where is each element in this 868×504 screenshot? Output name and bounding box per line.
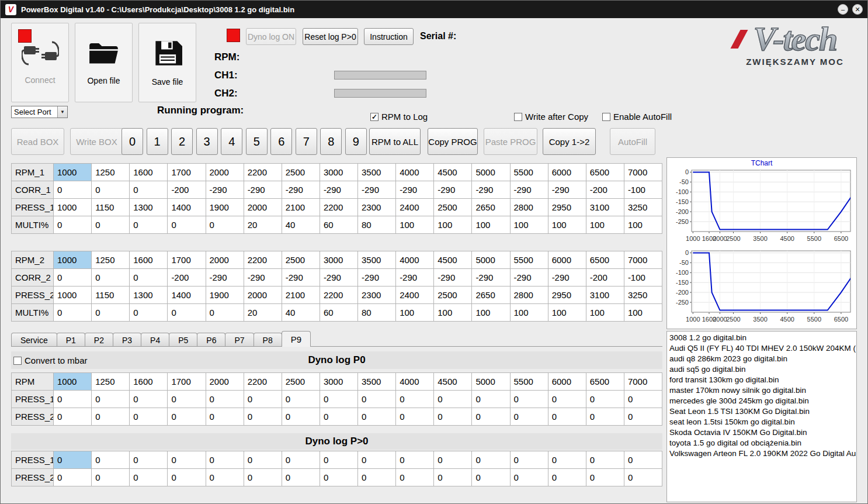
cell[interactable]: 0 (320, 408, 357, 426)
cell[interactable]: 0 (434, 391, 472, 408)
digit-button-4[interactable]: 4 (221, 128, 242, 155)
cell[interactable]: 0 (168, 391, 206, 408)
cell[interactable]: -290 (358, 269, 396, 286)
cell[interactable]: 0 (244, 391, 282, 408)
cell[interactable]: 1900 (206, 286, 244, 304)
cell[interactable]: 1300 (130, 199, 168, 216)
cell[interactable]: 0 (92, 304, 130, 322)
file-list-item[interactable]: Seat Leon 1.5 TSI 130KM Go Digital.bin (667, 406, 856, 417)
minimize-button[interactable]: – (838, 4, 848, 15)
open-file-button[interactable]: Open file (75, 23, 133, 102)
cell[interactable]: 100 (434, 304, 472, 322)
cell[interactable]: 0 (282, 391, 320, 408)
cell[interactable]: 5000 (472, 373, 510, 391)
cell[interactable]: -290 (320, 181, 357, 199)
cell[interactable]: 2500 (434, 286, 472, 304)
cell[interactable]: 4000 (396, 251, 434, 269)
cell[interactable]: 5500 (510, 251, 548, 269)
cell[interactable]: 100 (548, 304, 586, 322)
cell[interactable]: 2500 (282, 373, 320, 391)
cell[interactable]: 0 (320, 469, 357, 486)
cell[interactable]: 0 (510, 391, 548, 408)
reset-log-button[interactable]: Reset log P>0 (303, 28, 358, 45)
cell[interactable]: 100 (396, 216, 434, 234)
cell[interactable]: -290 (510, 181, 548, 199)
digit-button-2[interactable]: 2 (171, 128, 193, 155)
cell[interactable]: 2800 (510, 199, 548, 216)
cell[interactable]: 4500 (434, 373, 472, 391)
cell[interactable]: 0 (472, 451, 510, 469)
cell[interactable]: 5500 (510, 164, 548, 181)
cell[interactable]: 1000 (54, 251, 92, 269)
file-list-item[interactable]: mercedes gle 300d 245km go digital.bin (667, 396, 856, 406)
file-list-item[interactable]: toyota 1.5 go digital od obciążenia.bin (667, 438, 856, 448)
cell[interactable]: 2300 (358, 199, 396, 216)
cell[interactable]: 2950 (548, 286, 586, 304)
cell[interactable]: 1600 (130, 251, 168, 269)
cell[interactable]: 0 (510, 451, 548, 469)
cell[interactable]: 0 (510, 469, 548, 486)
cell[interactable]: 0 (358, 391, 396, 408)
cell[interactable]: 80 (358, 216, 396, 234)
cell[interactable]: 0 (206, 304, 244, 322)
cell[interactable]: 100 (510, 304, 548, 322)
cell[interactable]: 0 (92, 469, 130, 486)
cell[interactable]: 0 (168, 451, 206, 469)
cell[interactable]: 0 (54, 391, 92, 408)
cell[interactable]: 3250 (624, 199, 662, 216)
cell[interactable]: 3250 (624, 286, 662, 304)
cell[interactable]: 0 (320, 391, 357, 408)
cell[interactable]: 0 (510, 408, 548, 426)
cell[interactable]: 0 (396, 391, 434, 408)
cell[interactable]: 0 (92, 269, 130, 286)
cell[interactable]: 2100 (282, 286, 320, 304)
file-list-item[interactable]: Skoda Octavia IV 150KM Go Digital.bin (667, 427, 856, 438)
file-list-item[interactable]: audi q8 286km 2023 go digital.bin (667, 354, 856, 364)
cell[interactable]: 0 (434, 408, 472, 426)
cell[interactable]: 0 (434, 451, 472, 469)
cell[interactable]: 0 (472, 391, 510, 408)
file-list-item[interactable]: master 170km nowy silnik go digital.bin (667, 385, 856, 396)
cell[interactable]: 6500 (586, 251, 624, 269)
file-list-item[interactable]: seat leon 1.5tsi 150km go digital.bin (667, 417, 856, 427)
cell[interactable]: 100 (510, 216, 548, 234)
cell[interactable]: 0 (358, 408, 396, 426)
cell[interactable]: 1600 (130, 373, 168, 391)
cell[interactable]: 0 (586, 391, 624, 408)
cell[interactable]: 0 (130, 216, 168, 234)
cell[interactable]: 4500 (434, 251, 472, 269)
cell[interactable]: -290 (472, 269, 510, 286)
cell[interactable]: 5500 (510, 373, 548, 391)
cell[interactable]: 100 (434, 216, 472, 234)
cell[interactable]: 2500 (282, 164, 320, 181)
cell[interactable]: 2100 (282, 199, 320, 216)
cell[interactable]: 0 (206, 451, 244, 469)
cell[interactable]: 0 (396, 469, 434, 486)
save-file-button[interactable]: Save file (138, 23, 196, 102)
digit-button-5[interactable]: 5 (246, 128, 268, 155)
cell[interactable]: 0 (244, 469, 282, 486)
cell[interactable]: 1150 (92, 286, 130, 304)
cell[interactable]: 0 (396, 451, 434, 469)
cell[interactable]: 2200 (244, 251, 282, 269)
copy-prog-button[interactable]: Copy PROG (428, 128, 478, 155)
cell[interactable]: 6500 (586, 164, 624, 181)
cell[interactable]: 6000 (548, 373, 586, 391)
cell[interactable]: 0 (130, 304, 168, 322)
cell[interactable]: 2200 (320, 286, 357, 304)
cell[interactable]: -290 (244, 181, 282, 199)
cell[interactable]: 0 (168, 469, 206, 486)
cell[interactable]: 1000 (54, 373, 92, 391)
cell[interactable]: 7000 (624, 373, 662, 391)
cell[interactable]: 0 (624, 391, 662, 408)
file-list-item[interactable]: audi sq5 go digital.bin (667, 364, 856, 375)
cell[interactable]: 0 (206, 216, 244, 234)
cell[interactable]: 1000 (54, 286, 92, 304)
cell[interactable]: -290 (320, 269, 357, 286)
digit-button-7[interactable]: 7 (296, 128, 317, 155)
cell[interactable]: 1000 (54, 199, 92, 216)
cell[interactable]: 3000 (320, 373, 357, 391)
cell[interactable]: 4000 (396, 373, 434, 391)
cell[interactable]: 0 (624, 469, 662, 486)
cell[interactable]: 3500 (358, 251, 396, 269)
